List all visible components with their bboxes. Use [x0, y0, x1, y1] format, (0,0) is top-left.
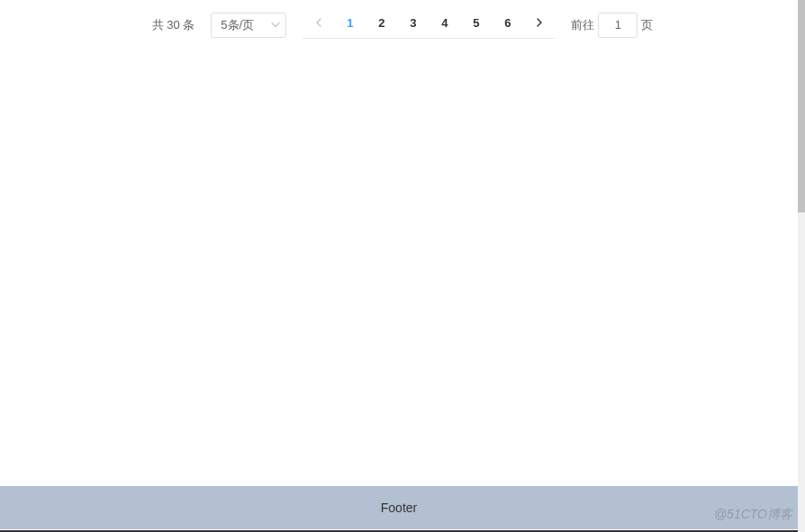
- pager-page-3[interactable]: 3: [397, 11, 429, 36]
- total-prefix: 共: [152, 18, 164, 32]
- pager-group: 1 2 3 4 5 6: [303, 11, 555, 39]
- pager-list: 1 2 3 4 5 6: [334, 11, 523, 36]
- scrollbar-thumb[interactable]: [798, 0, 805, 212]
- total-count: 30: [167, 18, 179, 32]
- pagination-bar: 共 30 条 5条/页 1 2 3 4 5 6 前往 页: [0, 0, 805, 50]
- page-size-label: 5条/页: [221, 17, 254, 33]
- chevron-right-icon: [535, 18, 544, 27]
- pager-page-5[interactable]: 5: [460, 11, 492, 36]
- chevron-left-icon: [314, 18, 323, 27]
- page-size-select[interactable]: 5条/页: [211, 13, 286, 38]
- total-suffix: 条: [183, 18, 194, 32]
- vertical-scrollbar[interactable]: [798, 0, 805, 532]
- pagination-total: 共 30 条: [152, 17, 195, 33]
- chevron-down-icon: [271, 18, 280, 32]
- pager-page-6[interactable]: 6: [492, 11, 523, 36]
- footer: Footer: [0, 486, 798, 529]
- pager-page-1[interactable]: 1: [334, 11, 366, 36]
- footer-text: Footer: [381, 500, 417, 515]
- jump-prefix: 前往: [571, 17, 594, 33]
- jump-suffix: 页: [641, 17, 653, 33]
- pagination-jump: 前往 页: [571, 13, 653, 38]
- pager-page-4[interactable]: 4: [429, 11, 460, 36]
- pager-prev-button[interactable]: [303, 11, 334, 36]
- pager-next-button[interactable]: [523, 11, 555, 36]
- pager-page-2[interactable]: 2: [366, 11, 397, 36]
- jump-page-input[interactable]: [598, 13, 638, 38]
